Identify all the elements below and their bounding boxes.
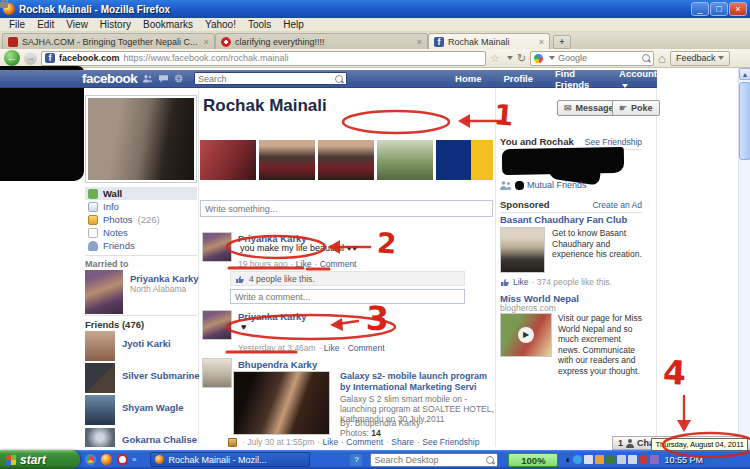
create-ad-link[interactable]: Create an Ad [592,200,642,210]
post-timestamp[interactable]: Yesterday at 3:46am [238,343,316,353]
see-friendship-link[interactable]: See Friendship [417,437,479,447]
google-search-input[interactable] [558,53,639,63]
menu-yahoo[interactable]: Yahoo! [200,19,241,30]
friend-name[interactable]: Gokarna Chalise [122,434,197,445]
friend-thumbnail[interactable] [85,395,115,425]
facebook-search-input[interactable] [198,74,335,84]
sidebar-item-photos[interactable]: Photos (226) [85,213,197,226]
scrollbar-thumb[interactable] [739,82,750,160]
zoom-indicator[interactable]: 100% [508,453,558,467]
share-link[interactable]: Share [386,437,414,447]
post-timestamp[interactable]: July 30 at 1:55pm [242,437,314,447]
notifications-globe-icon[interactable] [174,73,184,84]
nav-find-friends[interactable]: Find Friends [555,68,597,90]
opera-icon[interactable] [117,454,128,465]
search-icon[interactable] [335,75,343,83]
comment-composer[interactable] [230,289,465,304]
friend-thumbnail[interactable] [85,331,115,361]
tray-icon[interactable] [584,455,593,464]
tab-close-icon[interactable]: × [539,37,544,47]
ad-video-thumbnail[interactable]: ▶ [500,313,552,357]
menu-history[interactable]: History [95,19,136,30]
facebook-logo[interactable]: facebook [82,71,137,86]
tab-close-icon[interactable]: × [417,37,422,47]
nav-profile[interactable]: Profile [503,73,533,84]
tab-clarifying[interactable]: clarifying everything!!!! × [215,33,428,49]
scrollbar[interactable]: ▲ ▼ [738,68,750,450]
status-composer[interactable] [200,200,493,217]
close-button[interactable]: × [729,2,747,16]
sidebar-item-friends[interactable]: Friends [85,239,197,252]
comment-link[interactable]: Comment [314,259,356,269]
photo-strip-item[interactable] [377,140,433,180]
tray-icon[interactable] [617,455,626,464]
ad-title[interactable]: Basant Chaudhary Fan Club [500,214,627,225]
like-link[interactable]: Like [291,259,312,269]
poke-button[interactable]: ☛ Poke [612,100,660,116]
messages-icon[interactable] [159,73,169,84]
help-icon[interactable]: ? [350,454,362,466]
menu-view[interactable]: View [61,19,93,30]
tray-icon[interactable] [595,455,604,464]
mutual-friends-link[interactable]: Mutual Friends [527,180,587,190]
see-friendship-link[interactable]: See Friendship [585,137,642,147]
feedback-button[interactable]: Feedback [670,51,731,66]
menu-tools[interactable]: Tools [243,19,276,30]
back-button[interactable]: ← [4,50,20,66]
photo-strip-item[interactable] [259,140,315,180]
comment-input[interactable] [235,292,460,302]
tab-close-icon[interactable]: × [203,37,208,47]
like-link[interactable]: Like [513,277,529,287]
friend-thumbnail[interactable] [85,363,115,393]
play-icon[interactable]: ▶ [518,327,534,343]
tray-icon[interactable] [650,455,659,464]
minimize-button[interactable]: _ [691,2,709,16]
url-dropdown-icon[interactable] [507,56,513,60]
reload-icon[interactable]: ↻ [517,52,526,65]
tray-icon[interactable] [628,455,637,464]
menu-file[interactable]: File [4,19,30,30]
new-tab-button[interactable]: + [553,35,571,49]
mutual-friends-row[interactable]: Mutual Friends [500,180,587,190]
search-icon[interactable] [486,456,494,464]
attachment-photo[interactable] [233,371,330,435]
url-text[interactable]: https://www.facebook.com/rochak.mainali [124,53,289,63]
menu-bookmarks[interactable]: Bookmarks [138,19,198,30]
post-author[interactable]: Bhupendra Karky [238,359,317,370]
sidebar-item-wall[interactable]: Wall [85,187,197,200]
site-identity[interactable]: facebook.com [59,53,120,63]
tray-icon[interactable] [639,455,648,464]
friend-thumbnail[interactable] [85,428,115,447]
like-count-text[interactable]: 4 people like this. [249,274,315,284]
url-bar[interactable]: f facebook.com https://www.facebook.com/… [41,51,486,66]
audio-icon[interactable]: ◖ [564,454,570,465]
post-avatar[interactable] [202,232,232,262]
tab-rochak-mainali[interactable]: f Rochak Mainali × [428,33,550,49]
friend-name[interactable]: Jyoti Karki [122,338,171,349]
spouse-name[interactable]: Priyanka Karky [130,273,199,284]
tab-sajha[interactable]: SAJHA.COM - Bringing Together Nepali C..… [2,33,215,49]
taskbar-item-firefox[interactable]: Rochak Mainali - Mozil... [150,452,310,467]
friend-name[interactable]: Shyam Wagle [122,402,183,413]
post-avatar[interactable] [202,358,232,388]
quick-launch-overflow-icon[interactable]: » [132,455,136,464]
post-avatar[interactable] [202,310,232,340]
home-icon[interactable]: ⌂ [658,51,666,66]
menu-edit[interactable]: Edit [32,19,59,30]
sidebar-item-notes[interactable]: Notes [85,226,197,239]
search-icon[interactable] [642,54,650,62]
nav-home[interactable]: Home [455,73,481,84]
tray-icon[interactable] [573,455,582,464]
like-link[interactable]: Like [319,343,340,353]
firefox-icon[interactable] [101,454,112,465]
attachment-title[interactable]: Galaxy s2- mobile launch program by Inte… [340,371,495,392]
menu-help[interactable]: Help [278,19,309,30]
google-search-box[interactable] [530,51,654,66]
desktop-search-input[interactable] [374,455,486,465]
profile-picture[interactable] [88,98,194,180]
photo-strip-item[interactable] [318,140,374,180]
chrome-icon[interactable] [85,454,96,465]
friend-requests-icon[interactable] [143,73,153,84]
status-input[interactable] [205,204,488,214]
comment-link[interactable]: Comment [342,343,384,353]
